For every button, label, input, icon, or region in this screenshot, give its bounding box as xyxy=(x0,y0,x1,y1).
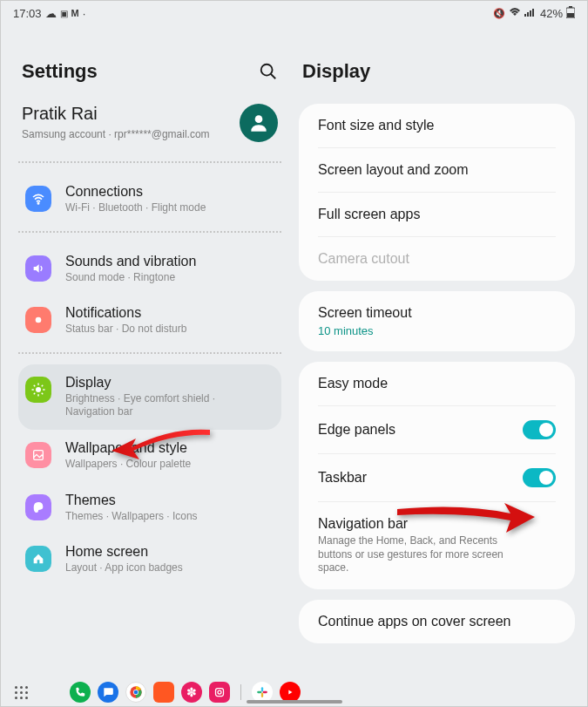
svg-rect-28 xyxy=(257,691,261,693)
sidebar-item-display[interactable]: Display Brightness · Eye comfort shield … xyxy=(18,364,281,430)
gallery-icon: ▣ xyxy=(60,9,68,18)
sidebar-item-sub: Brightness · Eye comfort shield · Naviga… xyxy=(65,392,266,419)
svg-rect-3 xyxy=(532,9,534,17)
sidebar-item-sub: Wi-Fi · Bluetooth · Flight mode xyxy=(65,201,206,215)
sidebar-item-label: Display xyxy=(65,375,266,391)
svg-rect-6 xyxy=(567,13,574,17)
signal-icon xyxy=(524,7,537,20)
settings-sidebar: Settings Pratik Rai Samsung account · rp… xyxy=(1,25,295,678)
row-font-size[interactable]: Font size and style xyxy=(299,104,575,147)
svg-line-17 xyxy=(34,385,36,387)
svg-rect-30 xyxy=(263,691,267,693)
sidebar-item-sub: Themes · Wallpapers · Icons xyxy=(65,510,198,524)
svg-line-8 xyxy=(271,74,276,79)
status-time: 17:03 xyxy=(13,7,42,20)
svg-rect-27 xyxy=(261,687,263,691)
sound-icon xyxy=(25,255,51,282)
detail-pane: Display Font size and style Screen layou… xyxy=(295,25,587,678)
gesture-handle[interactable] xyxy=(247,700,342,704)
sidebar-item-sub: Status bar · Do not disturb xyxy=(65,323,186,337)
app-drawer-icon[interactable] xyxy=(15,686,28,699)
sidebar-item-label: Themes xyxy=(65,493,198,508)
sidebar-item-label: Sounds and vibration xyxy=(65,254,196,269)
card-font-group: Font size and style Screen layout and zo… xyxy=(299,104,575,281)
svg-line-18 xyxy=(42,393,44,395)
sidebar-item-label: Connections xyxy=(65,184,206,200)
sidebar-item-sub: Layout · App icon badges xyxy=(65,561,183,575)
row-navigation-bar[interactable]: Navigation bar Manage the Home, Back, an… xyxy=(299,502,575,589)
divider xyxy=(18,161,281,163)
taskbar-toggle[interactable] xyxy=(523,468,556,487)
account-section[interactable]: Pratik Rai Samsung account · rpr******@g… xyxy=(18,104,281,156)
wallpaper-icon xyxy=(25,442,51,468)
taskbar-dock: ✽ xyxy=(1,678,587,706)
search-icon[interactable] xyxy=(259,62,278,81)
svg-point-26 xyxy=(218,690,221,694)
chrome-app-icon[interactable] xyxy=(125,682,146,703)
cloud-icon: ☁ xyxy=(45,7,57,20)
account-sub: Samsung account · rpr******@gmail.com xyxy=(22,127,210,142)
svg-rect-1 xyxy=(527,12,529,17)
app-icon[interactable]: ✽ xyxy=(181,682,202,703)
card-display-options: Easy mode Edge panels Taskbar Navigation… xyxy=(299,362,575,589)
divider xyxy=(18,352,281,354)
sidebar-item-themes[interactable]: Themes Themes · Wallpapers · Icons xyxy=(18,482,281,534)
mail-icon: M xyxy=(71,8,79,18)
settings-title: Settings xyxy=(22,60,98,83)
app-icon[interactable] xyxy=(153,682,174,703)
display-icon xyxy=(25,377,51,403)
row-screen-timeout[interactable]: Screen timeout 10 minutes xyxy=(299,291,575,351)
svg-rect-0 xyxy=(524,14,526,17)
svg-rect-25 xyxy=(216,689,224,697)
sidebar-item-sub: Sound mode · Ringtone xyxy=(65,271,196,285)
sidebar-item-wallpaper[interactable]: Wallpaper and style Wallpapers · Colour … xyxy=(18,430,281,482)
svg-line-20 xyxy=(42,385,44,387)
sidebar-item-notifications[interactable]: Notifications Status bar · Do not distur… xyxy=(18,295,281,347)
row-easy-mode[interactable]: Easy mode xyxy=(299,362,575,405)
row-fullscreen-apps[interactable]: Full screen apps xyxy=(299,193,575,236)
notification-icon xyxy=(25,307,51,333)
svg-line-19 xyxy=(34,393,36,395)
battery-icon xyxy=(566,6,575,21)
sidebar-item-label: Home screen xyxy=(65,544,183,560)
card-continue: Continue apps on cover screen xyxy=(299,600,575,643)
account-name: Pratik Rai xyxy=(22,104,210,124)
svg-rect-29 xyxy=(261,693,263,697)
edge-panels-toggle[interactable] xyxy=(523,420,556,439)
phone-app-icon[interactable] xyxy=(70,682,91,703)
dock-separator xyxy=(240,684,241,700)
svg-point-11 xyxy=(36,317,42,323)
sidebar-item-sub: Wallpapers · Colour palette xyxy=(65,458,191,472)
row-edge-panels[interactable]: Edge panels xyxy=(299,406,575,453)
row-taskbar[interactable]: Taskbar xyxy=(299,454,575,501)
messages-app-icon[interactable] xyxy=(98,682,118,703)
status-bar: 17:03 ☁ ▣ M · 🔇 42% xyxy=(1,1,587,25)
more-icon: · xyxy=(83,7,86,20)
themes-icon xyxy=(25,494,51,520)
sidebar-item-sounds[interactable]: Sounds and vibration Sound mode · Ringto… xyxy=(18,243,281,296)
wifi-icon xyxy=(509,7,521,20)
timeout-value: 10 minutes xyxy=(318,324,412,337)
svg-point-7 xyxy=(261,65,273,76)
row-continue-apps[interactable]: Continue apps on cover screen xyxy=(299,600,575,643)
sidebar-item-home[interactable]: Home screen Layout · App icon badges xyxy=(18,534,281,586)
divider xyxy=(18,231,281,233)
row-screen-layout[interactable]: Screen layout and zoom xyxy=(299,148,575,192)
svg-point-10 xyxy=(37,203,38,204)
sidebar-item-connections[interactable]: Connections Wi-Fi · Bluetooth · Flight m… xyxy=(18,173,281,226)
mute-icon: 🔇 xyxy=(493,8,505,19)
avatar[interactable] xyxy=(240,104,278,142)
detail-title: Display xyxy=(302,60,370,83)
svg-point-9 xyxy=(255,115,263,123)
wifi-icon xyxy=(25,186,51,212)
svg-point-24 xyxy=(134,690,139,695)
card-timeout: Screen timeout 10 minutes xyxy=(299,291,575,351)
instagram-app-icon[interactable] xyxy=(209,682,230,703)
sidebar-item-label: Notifications xyxy=(65,305,186,321)
svg-rect-2 xyxy=(530,10,531,17)
row-camera-cutout: Camera cutout xyxy=(299,237,575,281)
sidebar-item-label: Wallpaper and style xyxy=(65,440,191,456)
svg-point-12 xyxy=(36,387,41,392)
home-icon xyxy=(25,546,51,572)
battery-text: 42% xyxy=(540,7,563,20)
